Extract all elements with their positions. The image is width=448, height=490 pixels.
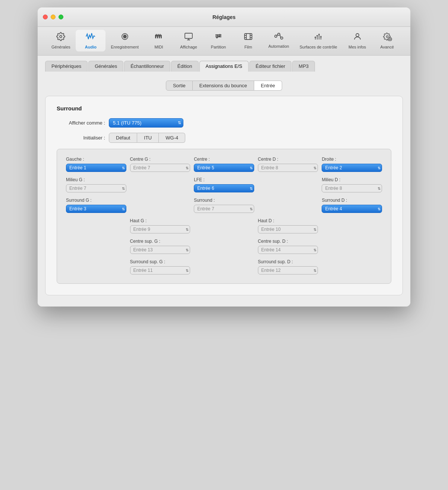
subtab-extensions[interactable]: Extensions du bounce — [193, 81, 254, 91]
tab-generales[interactable]: Générales — [88, 61, 123, 72]
tab-echantillonneur[interactable]: Échantillonneur — [124, 61, 170, 72]
droite-label: Droite : — [322, 157, 382, 162]
toolbar-label-affichage: Affichage — [180, 45, 197, 49]
toolbar-label-midi: MIDI — [154, 45, 163, 49]
channel-milieu-d: Milieu D : Entrée 8 ⇅ — [322, 177, 382, 192]
audio-waveform-icon — [86, 32, 95, 43]
milieu-g-select[interactable]: Entrée 7 — [66, 184, 126, 192]
svg-line-30 — [277, 34, 278, 36]
advanced-gear-icon — [382, 32, 392, 43]
main-content: Sortie Extensions du bounce Entrée Surro… — [38, 72, 410, 307]
surround-sup-d-select[interactable]: Entrée 12 — [258, 266, 318, 274]
toolbar-label-partition: Partition — [211, 45, 226, 49]
surround-sup-g-select[interactable]: Entrée 11 — [130, 266, 190, 274]
channel-centre-sup-d: Centre sup. D : Entrée 14 ⇅ — [258, 239, 318, 254]
svg-point-41 — [386, 36, 388, 38]
toolbar-label-film: Film — [244, 45, 252, 49]
maximize-button[interactable] — [59, 15, 63, 19]
centre-g-label: Centre G : — [130, 157, 190, 162]
tab-edition[interactable]: Édition — [171, 61, 199, 72]
surround-g-select[interactable]: Entrée 3 — [66, 205, 126, 213]
titlebar: Réglages — [38, 7, 410, 27]
centre-d-label: Centre D : — [258, 157, 318, 162]
toolbar-item-partition[interactable]: Partition — [204, 30, 233, 51]
haut-g-select[interactable]: Entrée 9 — [130, 225, 190, 233]
channel-gauche: Gauche : Entrée 1 ⇅ — [66, 157, 126, 172]
svg-point-2 — [123, 35, 126, 38]
subtab-sortie[interactable]: Sortie — [166, 81, 193, 91]
lfe-select[interactable]: Entrée 6 — [194, 184, 254, 192]
toolbar-item-midi[interactable]: MIDI — [144, 30, 174, 51]
afficher-dropdown[interactable]: 5.1 (ITU 775) ⇅ — [109, 118, 183, 128]
centre-sup-g-select[interactable]: Entrée 13 — [130, 246, 190, 254]
channel-surround-sup-g: Surround sup. G : Entrée 11 ⇅ — [130, 259, 190, 274]
svg-line-31 — [280, 34, 281, 38]
record-icon — [120, 32, 129, 43]
toolbar-label-enregistrement: Enregistrement — [111, 45, 139, 49]
haut-d-label: Haut D : — [258, 218, 318, 223]
toolbar-item-mesinfos[interactable]: Mes infos — [343, 30, 372, 51]
toolbar-label-mesinfos: Mes infos — [348, 45, 366, 49]
surround-sup-d-label: Surround sup. D : — [258, 259, 318, 264]
svg-rect-10 — [185, 33, 192, 38]
tab-editeur[interactable]: Éditeur fichier — [249, 61, 291, 72]
toolbar-item-surfaces[interactable]: Surfaces de contrôle — [294, 30, 343, 51]
milieu-d-label: Milieu D : — [322, 177, 382, 182]
close-button[interactable] — [43, 15, 48, 19]
svg-rect-6 — [161, 35, 162, 38]
traffic-lights — [43, 15, 63, 19]
channel-centre-d: Centre D : Entrée 8 ⇅ — [258, 157, 318, 172]
minimize-button[interactable] — [51, 15, 56, 19]
surfaces-icon — [314, 32, 323, 43]
channel-surround-sup-d: Surround sup. D : Entrée 12 ⇅ — [258, 259, 318, 274]
subtab-entree[interactable]: Entrée — [254, 81, 282, 91]
channel-surround-d: Surround D : Entrée 4 ⇅ — [322, 198, 382, 213]
afficher-select[interactable]: 5.1 (ITU 775) — [109, 118, 183, 128]
channel-milieu-g: Milieu G : Entrée 7 ⇅ — [66, 177, 126, 192]
svg-rect-8 — [158, 34, 159, 37]
toolbar-label-automation: Automation — [268, 44, 289, 48]
toolbar-item-automation[interactable]: Automation — [263, 30, 294, 51]
initialiser-row: Initialiser : Défaut ITU WG-4 — [57, 133, 391, 143]
init-wg4-button[interactable]: WG-4 — [159, 133, 185, 143]
surround-d-label: Surround D : — [322, 198, 382, 203]
svg-point-29 — [281, 37, 283, 39]
centre-label: Centre : — [194, 157, 254, 162]
milieu-d-select[interactable]: Entrée 8 — [322, 184, 382, 192]
main-window: Réglages Générales Audio — [38, 7, 410, 307]
toolbar-item-enregistrement[interactable]: Enregistrement — [105, 30, 144, 51]
svg-point-0 — [60, 35, 62, 38]
toolbar-label-avance: Avancé — [380, 45, 394, 49]
droite-select[interactable]: Entrée 2 — [322, 164, 382, 172]
toolbar-item-audio[interactable]: Audio — [76, 30, 105, 51]
toolbar-item-avance[interactable]: Avancé — [372, 30, 402, 51]
tab-peripheriques[interactable]: Périphériques — [45, 61, 88, 72]
surround-label: Surround : — [194, 198, 254, 203]
toolbar-item-generales[interactable]: Générales — [46, 30, 76, 51]
tab-assignations[interactable]: Assignations E/S — [199, 61, 249, 72]
init-defaut-button[interactable]: Défaut — [109, 133, 137, 143]
afficher-row: Afficher comme : 5.1 (ITU 775) ⇅ — [57, 118, 391, 128]
centre-g-select[interactable]: Entrée 7 — [130, 164, 190, 172]
toolbar-item-film[interactable]: Film — [233, 30, 263, 51]
centre-d-select[interactable]: Entrée 8 — [258, 164, 318, 172]
centre-select[interactable]: Entrée 5 — [194, 164, 254, 172]
user-icon — [353, 32, 362, 43]
surround-g-label: Surround G : — [66, 198, 126, 203]
initialiser-segmented: Défaut ITU WG-4 — [109, 133, 185, 143]
haut-d-select[interactable]: Entrée 10 — [258, 225, 318, 233]
toolbar-label-generales: Générales — [51, 45, 70, 49]
channel-centre-sup-g: Centre sup. G : Entrée 13 ⇅ — [130, 239, 190, 254]
tab-mp3[interactable]: MP3 — [292, 61, 315, 72]
milieu-g-label: Milieu G : — [66, 177, 126, 182]
channel-haut-d: Haut D : Entrée 10 ⇅ — [258, 218, 318, 233]
toolbar-item-affichage[interactable]: Affichage — [174, 30, 204, 51]
afficher-label: Afficher comme : — [57, 120, 105, 126]
centre-sup-d-select[interactable]: Entrée 14 — [258, 246, 318, 254]
gauche-select[interactable]: Entrée 1 — [66, 164, 126, 172]
surround-d-select[interactable]: Entrée 4 — [322, 205, 382, 213]
channel-lfe: LFE : Entrée 6 ⇅ — [194, 177, 254, 192]
init-itu-button[interactable]: ITU — [137, 133, 159, 143]
surround-select[interactable]: Entrée 7 — [194, 205, 254, 213]
midi-icon — [154, 32, 163, 43]
